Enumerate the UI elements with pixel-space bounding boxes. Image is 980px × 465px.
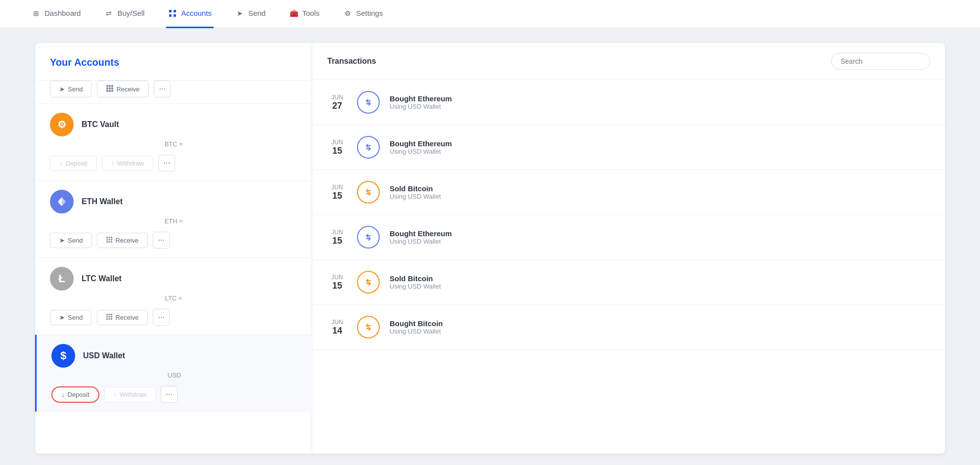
withdraw-icon: ↑ bbox=[111, 160, 115, 167]
receive-button-top[interactable]: Receive bbox=[97, 81, 149, 97]
transactions-title: Transactions bbox=[327, 57, 376, 66]
transaction-item-5[interactable]: JUN 14 Bought Bitcoin Using USD Wallet bbox=[312, 305, 945, 350]
usd-deposit-button[interactable]: ↓ Deposit bbox=[51, 386, 99, 403]
btc-name: BTC Vault bbox=[82, 120, 119, 129]
svg-rect-23 bbox=[106, 241, 108, 243]
nav-buysell-label: Buy/Sell bbox=[117, 9, 144, 17]
transaction-item-0[interactable]: JUN 27 Bought Ethereum Using USD Wallet bbox=[312, 80, 945, 125]
svg-rect-10 bbox=[106, 90, 108, 92]
svg-rect-24 bbox=[109, 241, 110, 243]
settings-icon: ⚙ bbox=[343, 9, 352, 18]
svg-rect-18 bbox=[109, 237, 110, 238]
tx-day-2: 15 bbox=[332, 191, 342, 201]
nav-settings[interactable]: ⚙ Settings bbox=[341, 0, 385, 28]
transaction-item-2[interactable]: JUN 15 Sold Bitcoin Using USD Wallet bbox=[312, 170, 945, 215]
eth-name: ETH Wallet bbox=[82, 197, 123, 206]
nav-dashboard-label: Dashboard bbox=[45, 9, 81, 17]
buysell-icon: ⇄ bbox=[104, 9, 113, 18]
svg-rect-34 bbox=[111, 318, 112, 320]
deposit-icon: ↓ bbox=[59, 160, 63, 167]
svg-rect-0 bbox=[169, 10, 172, 12]
eth-send-button[interactable]: ➤ Send bbox=[50, 233, 92, 248]
nav-dashboard[interactable]: ⊞ Dashboard bbox=[30, 0, 83, 28]
svg-rect-26 bbox=[106, 314, 108, 315]
btc-deposit-button[interactable]: ↓ Deposit bbox=[50, 156, 97, 171]
send-icon-btn: ➤ bbox=[59, 85, 65, 93]
send-icon: ➤ bbox=[235, 9, 244, 18]
accounts-icon bbox=[168, 9, 177, 18]
eth-balance: ETH ≈ bbox=[50, 217, 297, 225]
svg-rect-17 bbox=[106, 237, 108, 238]
svg-rect-6 bbox=[111, 85, 113, 87]
transaction-item-3[interactable]: JUN 15 Bought Ethereum Using USD Wallet bbox=[312, 215, 945, 260]
tx-day-5: 14 bbox=[332, 326, 342, 336]
transactions-header: Transactions bbox=[312, 43, 945, 80]
nav-send[interactable]: ➤ Send bbox=[233, 0, 267, 28]
receive-icon-eth bbox=[106, 237, 112, 244]
tx-sub-0: Using USD Wallet bbox=[390, 103, 452, 110]
nav-buysell[interactable]: ⇄ Buy/Sell bbox=[102, 0, 146, 28]
tx-name-3: Bought Ethereum bbox=[390, 229, 452, 238]
svg-rect-21 bbox=[109, 239, 110, 240]
account-header-usd: $ USD Wallet bbox=[51, 344, 297, 368]
tx-sub-2: Using USD Wallet bbox=[390, 193, 441, 200]
tx-date-3: JUN 15 bbox=[327, 229, 347, 246]
tx-sub-1: Using USD Wallet bbox=[390, 148, 452, 155]
svg-rect-2 bbox=[169, 14, 172, 17]
transaction-item-4[interactable]: JUN 15 Sold Bitcoin Using USD Wallet bbox=[312, 260, 945, 305]
send-button-top[interactable]: ➤ Send bbox=[50, 81, 92, 97]
receive-icon-btn bbox=[106, 85, 113, 93]
ltc-name: LTC Wallet bbox=[82, 274, 122, 283]
tx-name-1: Bought Ethereum bbox=[390, 139, 452, 148]
nav-send-label: Send bbox=[248, 9, 266, 17]
receive-icon-ltc bbox=[106, 314, 112, 321]
btc-withdraw-button[interactable]: ↑ Withdraw bbox=[102, 156, 154, 171]
svg-rect-9 bbox=[111, 87, 113, 89]
transactions-panel: Transactions JUN 27 Bought Ethereum Usin… bbox=[312, 43, 945, 454]
account-item-btc: ⚙ BTC Vault BTC ≈ ↓ Deposit ↑ Withdraw ·… bbox=[35, 103, 312, 180]
accounts-panel-title: Your Accounts bbox=[35, 43, 312, 78]
btc-more-button[interactable]: ··· bbox=[158, 155, 175, 171]
nav-accounts[interactable]: Accounts bbox=[166, 0, 214, 28]
account-header-eth: ETH Wallet bbox=[50, 190, 297, 213]
tx-details-4: Sold Bitcoin Using USD Wallet bbox=[390, 274, 441, 290]
tx-month-0: JUN bbox=[331, 94, 343, 101]
usd-withdraw-button[interactable]: ↑ Withdraw bbox=[104, 387, 156, 402]
tx-date-0: JUN 27 bbox=[327, 94, 347, 111]
accounts-panel: Your Accounts ➤ Send Receive ··· bbox=[35, 43, 312, 454]
ltc-send-button[interactable]: ➤ Send bbox=[50, 310, 92, 325]
tx-month-2: JUN bbox=[331, 184, 343, 191]
tx-icon-2 bbox=[357, 181, 380, 204]
eth-receive-button[interactable]: Receive bbox=[97, 233, 148, 248]
more-button-top[interactable]: ··· bbox=[154, 81, 171, 97]
tx-date-1: JUN 15 bbox=[327, 139, 347, 156]
nav-tools-label: Tools bbox=[302, 9, 319, 17]
ltc-more-button[interactable]: ··· bbox=[153, 309, 170, 326]
usd-icon: $ bbox=[51, 344, 75, 368]
nav-accounts-label: Accounts bbox=[181, 9, 212, 17]
tx-day-0: 27 bbox=[332, 101, 342, 111]
withdraw-icon-usd: ↑ bbox=[114, 391, 117, 398]
transaction-item-1[interactable]: JUN 15 Bought Ethereum Using USD Wallet bbox=[312, 125, 945, 170]
svg-rect-25 bbox=[111, 241, 112, 243]
svg-rect-11 bbox=[109, 90, 111, 92]
tx-month-4: JUN bbox=[331, 274, 343, 281]
account-item-ltc: Ł LTC Wallet LTC ≈ ➤ Send Receive bbox=[35, 257, 312, 335]
usd-more-button[interactable]: ··· bbox=[161, 386, 178, 403]
send-icon-ltc: ➤ bbox=[59, 314, 65, 321]
usd-balance: USD bbox=[51, 372, 297, 379]
tx-name-0: Bought Ethereum bbox=[390, 94, 452, 103]
tx-date-5: JUN 14 bbox=[327, 319, 347, 336]
search-input[interactable] bbox=[831, 53, 930, 70]
accounts-scroll-area[interactable]: ➤ Send Receive ··· ⚙ BTC Vault BTC ≈ bbox=[35, 78, 312, 454]
svg-rect-31 bbox=[111, 316, 112, 317]
tx-month-3: JUN bbox=[331, 229, 343, 236]
ltc-receive-button[interactable]: Receive bbox=[97, 310, 148, 325]
eth-more-button[interactable]: ··· bbox=[153, 232, 170, 249]
tx-date-2: JUN 15 bbox=[327, 184, 347, 201]
tx-month-1: JUN bbox=[331, 139, 343, 146]
nav-tools[interactable]: 🧰 Tools bbox=[287, 0, 321, 28]
tx-day-4: 15 bbox=[332, 281, 342, 291]
transaction-list: JUN 27 Bought Ethereum Using USD Wallet … bbox=[312, 80, 945, 446]
svg-rect-28 bbox=[111, 314, 112, 315]
